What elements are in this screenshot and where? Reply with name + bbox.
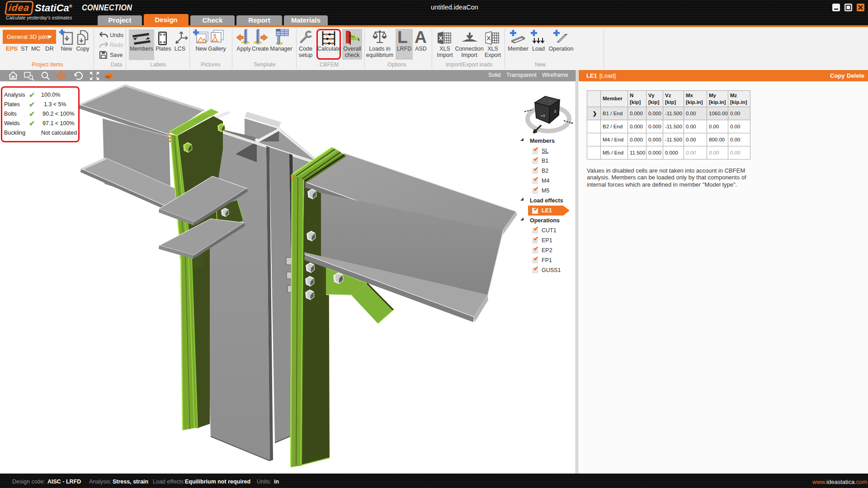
svg-text:Z: Z (554, 110, 557, 113)
svg-text:X: X (439, 35, 443, 42)
svg-text:+Y: +Y (541, 114, 546, 118)
svg-text:X: X (487, 35, 491, 42)
